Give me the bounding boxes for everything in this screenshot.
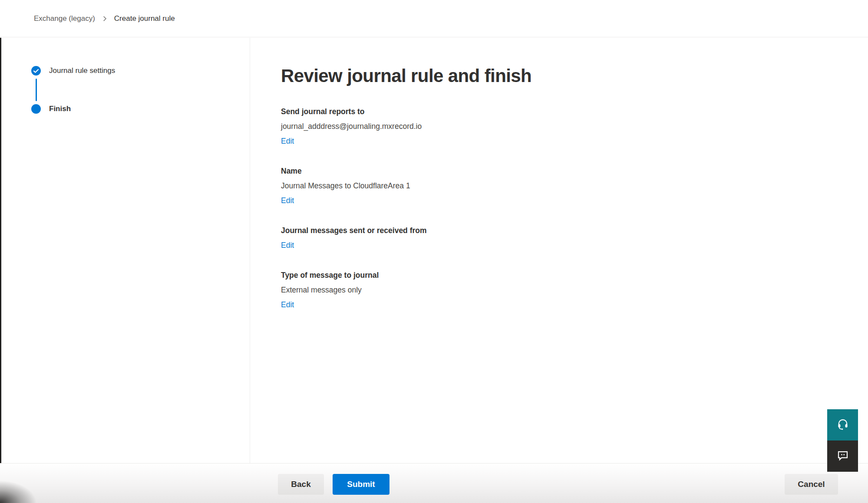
review-pane: Review journal rule and finish Send jour… — [251, 38, 868, 463]
feedback-button[interactable] — [827, 441, 858, 472]
review-section-journal-messages-sent-or-received-from: Journal messages sent or received from E… — [281, 226, 851, 250]
section-label: Name — [281, 166, 851, 176]
headset-icon — [836, 418, 849, 432]
review-section-type-of-message-to-journal: Type of message to journal External mess… — [281, 270, 851, 309]
review-section-name: Name Journal Messages to CloudflareArea … — [281, 166, 851, 205]
review-section-send-journal-reports-to: Send journal reports to journal_adddress… — [281, 107, 851, 146]
edit-link[interactable]: Edit — [281, 300, 294, 309]
section-value: journal_adddress@journaling.mxrecord.io — [281, 122, 851, 131]
wizard-step-journal-rule-settings[interactable]: Journal rule settings — [31, 66, 250, 76]
edit-link[interactable]: Edit — [281, 196, 294, 205]
back-button[interactable]: Back — [278, 474, 324, 495]
page-title: Review journal rule and finish — [281, 66, 851, 86]
wizard-step-finish[interactable]: Finish — [31, 104, 250, 114]
section-value: Journal Messages to CloudflareArea 1 — [281, 181, 851, 191]
breadcrumb-current: Create journal rule — [114, 14, 175, 23]
wizard-step-label: Finish — [49, 105, 71, 113]
section-value: External messages only — [281, 285, 851, 295]
left-edge-strip — [0, 38, 1, 463]
breadcrumb: Exchange (legacy) Create journal rule — [34, 14, 175, 23]
filled-circle-icon — [31, 104, 41, 114]
feedback-speech-bubble-icon — [836, 449, 849, 464]
cancel-button[interactable]: Cancel — [785, 474, 838, 495]
section-label: Journal messages sent or received from — [281, 226, 851, 235]
section-label: Send journal reports to — [281, 107, 851, 116]
edit-link[interactable]: Edit — [281, 136, 294, 146]
wizard-step-connector — [36, 79, 37, 101]
edit-link[interactable]: Edit — [281, 240, 294, 250]
check-circle-icon — [31, 66, 41, 76]
chevron-right-icon — [102, 16, 108, 22]
breadcrumb-parent-link[interactable]: Exchange (legacy) — [34, 14, 95, 23]
help-button[interactable] — [827, 409, 858, 441]
floating-button-stack — [827, 409, 858, 472]
wizard-footer: Back Submit Cancel — [0, 463, 868, 503]
wizard-steps-panel: Journal rule settings Finish — [0, 38, 250, 463]
section-label: Type of message to journal — [281, 270, 851, 280]
wizard-step-label: Journal rule settings — [49, 66, 115, 75]
breadcrumb-bar: Exchange (legacy) Create journal rule — [0, 0, 868, 37]
submit-button[interactable]: Submit — [333, 474, 389, 495]
